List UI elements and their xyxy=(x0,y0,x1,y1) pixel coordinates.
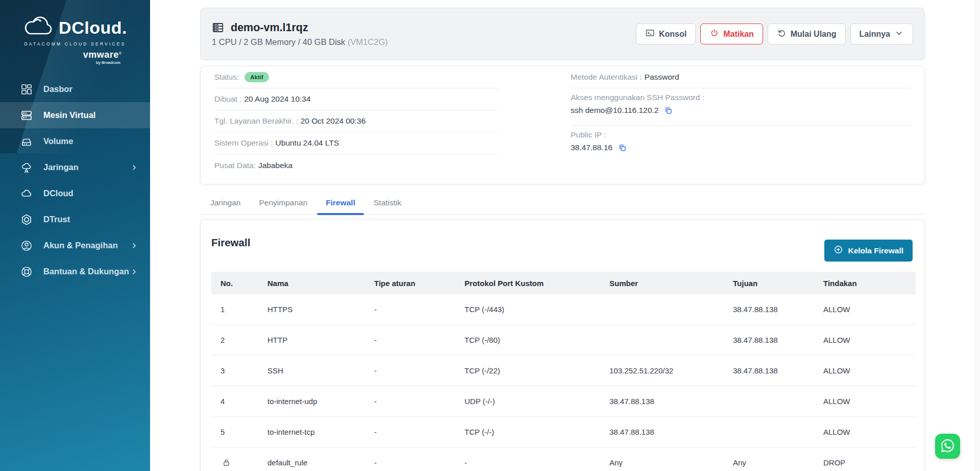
vm-header-card: demo-vm.l1rqz 1 CPU / 2 GB Memory / 40 G… xyxy=(200,8,925,60)
chevron-right-icon xyxy=(130,242,138,249)
vm-name: demo-vm.l1rqz xyxy=(231,21,308,34)
col-tujuan: Tujuan xyxy=(733,279,823,288)
sidebar-item-mesin-virtual[interactable]: Mesin Virtual xyxy=(0,102,150,128)
brand-logo: DCloud. DATACOMM CLOUD SERVICES vmware® … xyxy=(0,15,150,65)
plus-circle-icon xyxy=(834,245,843,256)
account-icon xyxy=(20,240,33,252)
vm-specs: 1 CPU / 2 GB Memory / 40 GB Disk (VM1C2G… xyxy=(212,37,388,47)
power-icon xyxy=(709,28,719,40)
col-nama: Nama xyxy=(267,279,374,288)
console-button[interactable]: Konsol xyxy=(636,23,696,44)
sidebar: DCloud. DATACOMM CLOUD SERVICES vmware® … xyxy=(0,0,150,471)
sidebar-item-label: Mesin Virtual xyxy=(43,110,95,120)
tab-statistik[interactable]: Statistik xyxy=(365,198,410,214)
chevron-right-icon xyxy=(130,163,138,171)
vmware-byline: by Broadcom xyxy=(0,60,120,65)
expiry-row: Tgl. Layanan Berakhir. : 20 Oct 2024 00:… xyxy=(214,110,499,132)
ssh-row: Akses menggunakan SSH Password : ssh dem… xyxy=(571,88,912,126)
page-scrollbar[interactable] xyxy=(975,0,980,471)
sidebar-item-dcloud[interactable]: DCloud xyxy=(0,180,150,206)
table-row: 4 to-internet-udp - UDP (-/-) 38.47.88.1… xyxy=(211,386,916,417)
table-row-default-rule: default_rule - - Any Any DROP xyxy=(211,448,916,471)
sidebar-item-jaringan[interactable]: Jaringan xyxy=(0,154,150,180)
shutdown-button[interactable]: Matikan xyxy=(700,23,763,44)
server-icon xyxy=(20,109,33,122)
sidebar-item-label: Bantuan & Dukungan xyxy=(43,267,129,276)
main-content: demo-vm.l1rqz 1 CPU / 2 GB Memory / 40 G… xyxy=(150,0,980,471)
tab-penyimpanan[interactable]: Penyimpanan xyxy=(250,198,316,214)
lock-icon xyxy=(220,458,267,467)
auth-row: Metode Autentikasi : Password xyxy=(571,66,912,88)
col-protokol: Protokol Port Kustom xyxy=(464,279,609,288)
vm-server-icon xyxy=(212,21,224,34)
sidebar-item-label: Volume xyxy=(43,136,73,146)
brand-subtitle: DATACOMM CLOUD SERVICES xyxy=(0,41,150,46)
vmware-logo: vmware® by Broadcom xyxy=(0,50,121,65)
os-row: Sistem Operasi : Ubuntu 24.04 LTS xyxy=(214,132,499,154)
vm-flavor: (VM1C2G) xyxy=(348,37,388,46)
firewall-title: Firewall xyxy=(211,237,250,249)
whatsapp-button[interactable] xyxy=(935,434,960,459)
shield-hexagon-icon xyxy=(20,214,33,226)
sidebar-item-dasbor[interactable]: Dasbor xyxy=(0,76,150,102)
restart-button[interactable]: Mulai Ulang xyxy=(768,23,846,44)
firewall-table: No. Nama Tipe aturan Protokol Port Kusto… xyxy=(211,272,916,471)
manage-firewall-button[interactable]: Kelola Firewall xyxy=(824,240,913,262)
vm-details-card: Status: Aktif Dibuat : 20 Aug 2024 10:34… xyxy=(200,66,925,184)
sidebar-item-label: Jaringan xyxy=(43,162,79,172)
brand-name: DCloud. xyxy=(59,18,127,38)
lifebuoy-icon xyxy=(20,266,33,278)
table-row: 3 SSH - TCP (-/22) 103.252.51.220/32 38.… xyxy=(211,356,916,386)
table-row: 1 HTTPS - TCP (-/443) 38.47.88.138 ALLOW xyxy=(211,294,916,325)
chevron-down-icon xyxy=(894,28,904,40)
copy-ssh-icon[interactable] xyxy=(664,106,673,115)
cloud-icon xyxy=(20,187,33,200)
chevron-right-icon xyxy=(130,268,138,275)
col-tipe: Tipe aturan xyxy=(374,279,464,288)
status-badge: Aktif xyxy=(244,72,269,82)
sidebar-item-label: Akun & Penagihan xyxy=(43,241,118,250)
tab-firewall[interactable]: Firewall xyxy=(317,198,364,214)
restart-icon xyxy=(777,28,787,40)
datacenter-row: Pusat Data: Jababeka xyxy=(214,154,499,176)
dashboard-icon xyxy=(20,83,33,96)
whatsapp-icon xyxy=(940,438,955,455)
cloud-logo-icon xyxy=(23,15,55,40)
col-no: No. xyxy=(220,279,267,288)
sidebar-item-label: DCloud xyxy=(43,189,74,198)
table-row: 5 to-internet-tcp - TCP (-/-) 38.47.88.1… xyxy=(211,417,916,448)
tab-jaringan[interactable]: Jaringan xyxy=(202,198,249,214)
public-ip: 38.47.88.16 xyxy=(571,143,612,152)
status-label: Status: xyxy=(214,73,239,82)
table-header: No. Nama Tipe aturan Protokol Port Kusto… xyxy=(211,272,916,294)
public-ip-row: Public IP : 38.47.88.16 xyxy=(571,126,912,161)
more-button[interactable]: Lainnya xyxy=(850,23,913,44)
network-icon xyxy=(20,161,33,174)
sidebar-item-dtrust[interactable]: DTrust xyxy=(0,206,150,232)
terminal-icon xyxy=(645,28,655,40)
table-row: 2 HTTP - TCP (-/80) 38.47.88.138 ALLOW xyxy=(211,325,916,356)
sidebar-item-label: Dasbor xyxy=(43,84,72,94)
disk-icon xyxy=(20,135,33,148)
sidebar-item-volume[interactable]: Volume xyxy=(0,128,150,154)
col-sumber: Sumber xyxy=(609,279,733,288)
ssh-command: ssh demo@10.116.120.2 xyxy=(571,106,658,115)
sidebar-nav: Dasbor Mesin Virtual Volume xyxy=(0,76,150,285)
col-tindakan: Tindakan xyxy=(823,279,916,288)
copy-ip-icon[interactable] xyxy=(618,144,627,152)
sidebar-item-akun-penagihan[interactable]: Akun & Penagihan xyxy=(0,232,150,258)
created-row: Dibuat : 20 Aug 2024 10:34 xyxy=(214,88,499,110)
firewall-card: Firewall Kelola Firewall No. Nama Tipe a… xyxy=(200,219,925,471)
status-row: Status: Aktif xyxy=(214,66,499,88)
sidebar-item-label: DTrust xyxy=(43,215,70,224)
sidebar-item-bantuan-dukungan[interactable]: Bantuan & Dukungan xyxy=(0,258,150,285)
detail-tabs: Jaringan Penyimpanan Firewall Statistik xyxy=(200,198,925,215)
